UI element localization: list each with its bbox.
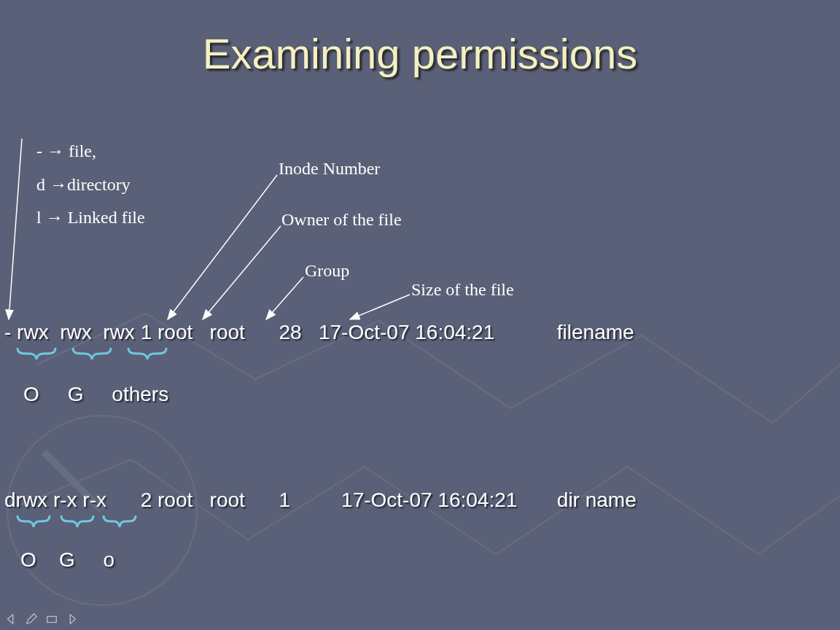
menu-icon[interactable] — [45, 612, 58, 626]
arrow-filetype — [9, 139, 22, 319]
arrow-owner — [203, 226, 281, 319]
brace-labels-line-2: O G o — [20, 548, 114, 572]
prev-icon[interactable] — [4, 612, 18, 626]
next-icon[interactable] — [66, 612, 79, 626]
brace-labels-line-1: O G others — [23, 383, 168, 406]
pen-icon[interactable] — [25, 612, 38, 626]
svg-rect-2 — [47, 616, 57, 622]
slide-navbar — [4, 612, 79, 626]
arrow-group — [266, 277, 303, 319]
listing-line-1: - rwx rwx rwx 1 root root 28 17-Oct-07 1… — [4, 321, 634, 344]
braces-line-1 — [0, 346, 190, 368]
arrow-inode — [168, 175, 277, 319]
arrow-size — [350, 295, 410, 319]
slide-root: Examining permissions - → file, d →direc… — [0, 0, 840, 630]
braces-line-2 — [0, 514, 160, 536]
listing-line-2: drwx r-x r-x 2 root root 1 17-Oct-07 16:… — [4, 489, 637, 512]
